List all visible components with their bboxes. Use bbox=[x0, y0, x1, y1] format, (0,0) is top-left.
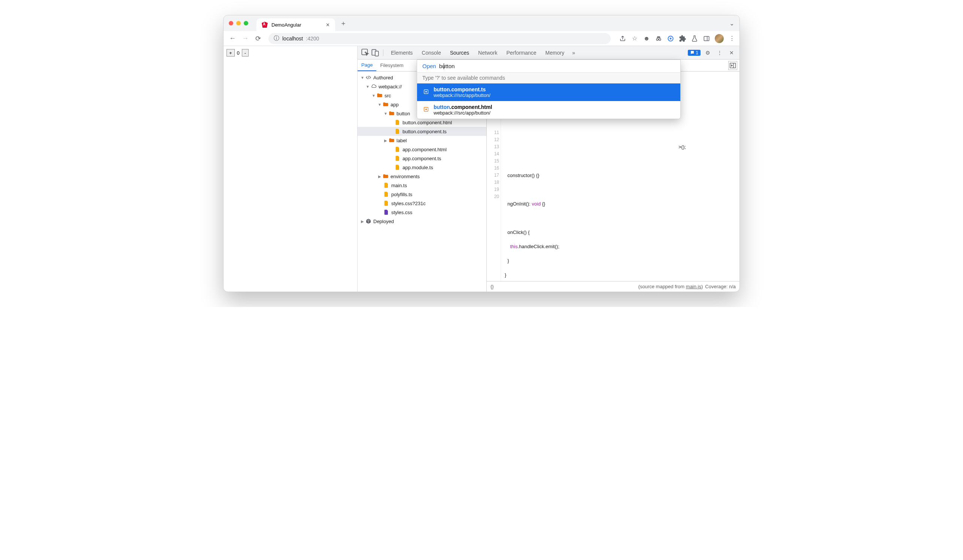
tree-app-ts[interactable]: app.component.ts bbox=[358, 154, 486, 163]
folder-icon bbox=[388, 110, 395, 117]
svg-point-1 bbox=[659, 39, 661, 40]
profile-avatar[interactable] bbox=[715, 34, 724, 43]
tab-sources[interactable]: Sources bbox=[446, 46, 473, 60]
tab-network[interactable]: Network bbox=[473, 46, 502, 60]
close-devtools-icon[interactable]: ✕ bbox=[727, 48, 736, 58]
tab-memory[interactable]: Memory bbox=[541, 46, 569, 60]
browser-window: DemoAngular ✕ ＋ ⌄ ← → ⟳ ⓘ localhost:4200… bbox=[223, 15, 740, 292]
address-bar: ← → ⟳ ⓘ localhost:4200 ☆ ☻ ⋮ bbox=[224, 31, 739, 46]
inspect-icon[interactable] bbox=[361, 48, 370, 58]
url-host: localhost bbox=[282, 36, 303, 42]
ext-flask-icon[interactable] bbox=[691, 35, 698, 42]
tree-button-html[interactable]: button.component.html bbox=[358, 118, 486, 127]
svg-point-0 bbox=[657, 39, 658, 40]
more-tabs-icon[interactable]: » bbox=[569, 48, 579, 58]
close-tab-icon[interactable]: ✕ bbox=[326, 22, 330, 28]
code-icon bbox=[365, 74, 372, 81]
share-icon[interactable] bbox=[619, 35, 626, 42]
page-viewport: + 0 - bbox=[224, 46, 358, 291]
tree-label-folder[interactable]: ▶label bbox=[358, 136, 486, 145]
open-file-query[interactable]: button bbox=[439, 63, 455, 69]
drawer-toggle-icon[interactable] bbox=[728, 61, 737, 70]
titlebar: DemoAngular ✕ ＋ ⌄ bbox=[224, 15, 739, 31]
close-window[interactable] bbox=[229, 21, 233, 26]
increment-button[interactable]: + bbox=[227, 49, 235, 57]
tree-main[interactable]: main.ts bbox=[358, 181, 486, 190]
open-result-button-ts[interactable]: button.component.ts webpack:///src/app/b… bbox=[417, 84, 680, 101]
angular-icon bbox=[262, 22, 268, 28]
counter-value: 0 bbox=[237, 50, 240, 56]
open-file-input-row[interactable]: Open button bbox=[417, 60, 680, 72]
minimize-window[interactable] bbox=[236, 21, 241, 26]
devtools-tabs: Elements Console Sources Network Perform… bbox=[358, 46, 739, 60]
source-map-link[interactable]: main.js bbox=[686, 284, 701, 289]
forward-button[interactable]: → bbox=[240, 33, 250, 44]
tree-button-ts[interactable]: button.component.ts bbox=[358, 127, 486, 136]
toolbar-extensions: ☆ ☻ ⋮ bbox=[619, 34, 736, 43]
reload-button[interactable]: ⟳ bbox=[253, 33, 263, 44]
new-tab-button[interactable]: ＋ bbox=[338, 18, 349, 28]
tree-environments[interactable]: ▶environments bbox=[358, 172, 486, 181]
issues-badge[interactable]: 1 bbox=[688, 50, 700, 56]
svg-point-3 bbox=[670, 37, 672, 39]
file-icon bbox=[394, 164, 401, 171]
settings-icon[interactable]: ⚙ bbox=[703, 48, 713, 58]
maximize-window[interactable] bbox=[244, 21, 248, 26]
tree-deployed[interactable]: ▶Deployed bbox=[358, 217, 486, 226]
cube-icon bbox=[365, 218, 372, 225]
file-result-icon bbox=[423, 106, 429, 112]
decrement-button[interactable]: - bbox=[242, 49, 249, 57]
coverage-info: Coverage: n/a bbox=[705, 284, 736, 289]
tree-styles[interactable]: styles.css bbox=[358, 208, 486, 217]
tree-app-html[interactable]: app.component.html bbox=[358, 145, 486, 154]
url-port: :4200 bbox=[306, 36, 319, 42]
svg-rect-8 bbox=[375, 51, 379, 56]
folder-icon bbox=[388, 137, 395, 144]
file-icon bbox=[383, 191, 390, 197]
ext-shield-icon[interactable] bbox=[667, 35, 674, 42]
open-file-hint: Type '?' to see available commands bbox=[417, 72, 680, 84]
folder-icon bbox=[382, 101, 389, 108]
browser-tab[interactable]: DemoAngular ✕ bbox=[256, 18, 335, 31]
chrome-menu-icon[interactable]: ⋮ bbox=[728, 35, 736, 42]
devtools-menu-icon[interactable]: ⋮ bbox=[715, 48, 725, 58]
file-icon bbox=[394, 155, 401, 162]
device-mode-icon[interactable] bbox=[370, 48, 380, 58]
pretty-print-icon[interactable]: {} bbox=[491, 284, 502, 289]
tree-styles-q[interactable]: styles.css?231c bbox=[358, 199, 486, 208]
counter-controls: + 0 - bbox=[227, 49, 354, 57]
cloud-icon bbox=[370, 83, 377, 90]
file-icon bbox=[394, 128, 401, 135]
window-controls bbox=[229, 21, 248, 26]
open-result-button-html[interactable]: button.component.html webpack:///src/app… bbox=[417, 101, 680, 119]
tree-app-module[interactable]: app.module.ts bbox=[358, 163, 486, 172]
file-css-icon bbox=[383, 209, 390, 215]
tab-title: DemoAngular bbox=[271, 22, 302, 28]
file-icon bbox=[383, 182, 390, 189]
ext-panel-icon[interactable] bbox=[703, 35, 710, 42]
file-result-icon bbox=[423, 89, 429, 95]
svg-point-14 bbox=[426, 109, 427, 110]
svg-point-12 bbox=[426, 91, 427, 92]
ext-incognito-icon[interactable] bbox=[655, 35, 662, 42]
back-button[interactable]: ← bbox=[227, 33, 238, 44]
extensions-icon[interactable] bbox=[679, 35, 686, 42]
tab-performance[interactable]: Performance bbox=[502, 46, 541, 60]
folder-icon bbox=[376, 92, 383, 99]
ext-smiley-icon[interactable]: ☻ bbox=[643, 35, 650, 42]
tab-elements[interactable]: Elements bbox=[386, 46, 417, 60]
bookmark-icon[interactable]: ☆ bbox=[631, 35, 639, 42]
svg-rect-4 bbox=[704, 36, 709, 41]
devtools: Elements Console Sources Network Perform… bbox=[358, 46, 739, 291]
editor-statusbar: {} (source mapped from main.js) Coverage… bbox=[487, 281, 739, 291]
open-label: Open bbox=[422, 63, 436, 69]
open-file-dialog: Open button Type '?' to see available co… bbox=[417, 60, 681, 119]
url-input[interactable]: ⓘ localhost:4200 bbox=[269, 33, 611, 44]
tab-page[interactable]: Page bbox=[358, 60, 376, 71]
tab-console[interactable]: Console bbox=[417, 46, 445, 60]
folder-icon bbox=[382, 173, 389, 180]
site-info-icon[interactable]: ⓘ bbox=[274, 35, 279, 42]
tab-overflow-icon[interactable]: ⌄ bbox=[730, 20, 734, 27]
tab-filesystem[interactable]: Filesystem bbox=[376, 60, 407, 71]
tree-polyfills[interactable]: polyfills.ts bbox=[358, 190, 486, 199]
